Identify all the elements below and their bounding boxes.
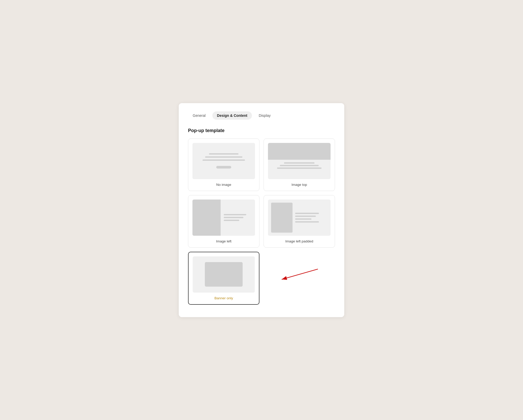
template-card-image-top[interactable]: Image top — [264, 139, 335, 191]
panel: General Design & Content Display Pop-up … — [179, 103, 344, 317]
preview-line — [224, 220, 239, 221]
preview-line — [224, 217, 243, 218]
template-card-image-left-padded[interactable]: Image left padded — [264, 195, 335, 248]
preview-line — [295, 213, 319, 214]
template-grid: No image Image top — [188, 139, 335, 248]
preview-button — [216, 166, 231, 169]
preview-line — [295, 216, 316, 217]
preview-content — [293, 203, 327, 233]
tab-design-content[interactable]: Design & Content — [212, 111, 252, 120]
arrow-annotation — [274, 264, 320, 285]
image-top-preview — [268, 143, 331, 179]
banner-only-preview — [193, 256, 255, 293]
preview-line — [209, 153, 238, 155]
image-left-padded-preview — [268, 200, 331, 236]
arrow-area — [259, 264, 335, 292]
template-label-image-left-padded: Image left padded — [285, 239, 313, 243]
preview-image — [192, 200, 221, 236]
template-label-image-top: Image top — [292, 183, 307, 187]
preview-line — [295, 221, 319, 223]
tab-display[interactable]: Display — [254, 111, 275, 120]
image-left-preview — [192, 200, 255, 236]
tabs-bar: General Design & Content Display — [188, 111, 335, 120]
tab-general[interactable]: General — [188, 111, 210, 120]
svg-line-1 — [282, 269, 318, 279]
preview-line — [295, 218, 311, 220]
preview-line — [224, 214, 246, 215]
bottom-card-wrapper: Banner only — [188, 252, 259, 305]
template-label-no-image: No image — [216, 183, 231, 187]
preview-line — [280, 165, 319, 166]
preview-content — [268, 160, 331, 171]
preview-image — [271, 203, 293, 233]
preview-banner — [268, 143, 331, 160]
template-card-banner-only[interactable]: Banner only — [188, 252, 259, 305]
template-card-image-left[interactable]: Image left — [188, 195, 259, 248]
preview-content — [221, 200, 255, 236]
template-card-no-image[interactable]: No image — [188, 139, 259, 191]
preview-banner-image — [205, 262, 243, 287]
no-image-preview — [192, 143, 255, 179]
template-label-banner-only: Banner only — [214, 296, 233, 300]
preview-line — [203, 159, 245, 161]
section-title: Pop-up template — [188, 128, 335, 133]
preview-line — [277, 167, 321, 169]
preview-line — [284, 162, 315, 164]
template-label-image-left: Image left — [216, 239, 231, 243]
preview-line — [205, 156, 242, 158]
bottom-row: Banner only — [188, 252, 335, 305]
